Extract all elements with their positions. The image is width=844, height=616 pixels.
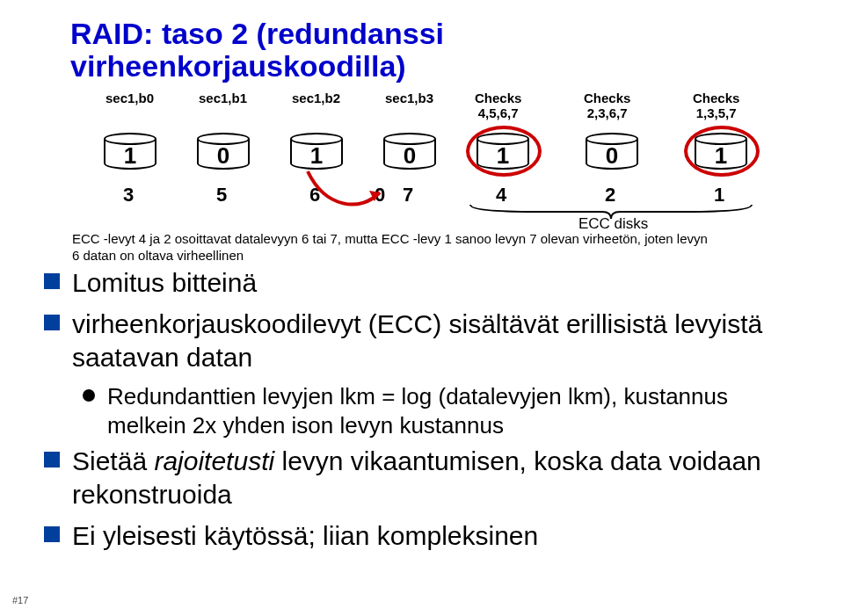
num-7: 7 (403, 184, 413, 207)
disk-1: 1 (104, 133, 156, 170)
num-5: 5 (216, 184, 227, 207)
square-bullet-icon (44, 273, 60, 289)
disk-row: 1 0 1 0 1 0 1 (35, 133, 809, 177)
num-3: 3 (123, 184, 134, 207)
disk-ecc-2: 0 (586, 133, 638, 170)
col-sec1b2: sec1,b2 (292, 91, 340, 105)
bullet-not-in-use: Ei yleisesti käytössä; liian kompleksine… (44, 519, 809, 553)
col-ecc-4567: Checks4,5,6,7 (475, 91, 521, 121)
square-bullet-icon (44, 452, 60, 467)
col-ecc-2367: Checks2,3,6,7 (584, 91, 630, 121)
bullet-lomitus: Lomitus bitteinä (44, 266, 809, 300)
ring-ecc4-icon (466, 126, 542, 177)
ring-ecc1-icon (684, 126, 760, 177)
explain-text: ECC -levyt 4 ja 2 osoittavat datalevyyn … (72, 231, 708, 265)
disk-2: 0 (197, 133, 250, 170)
col-ecc-1357: Checks1,3,5,7 (693, 91, 739, 121)
raid-diagram: sec1,b0 sec1,b1 sec1,b2 sec1,b3 Checks4,… (35, 91, 809, 266)
slide-title: RAID: taso 2 (redundanssi virheenkorjaus… (70, 18, 809, 83)
square-bullet-icon (44, 526, 60, 542)
arrow-icon (299, 164, 396, 226)
dot-bullet-icon (83, 389, 95, 402)
title-line2: virheenkorjauskoodilla) (70, 50, 809, 83)
col-sec1b3: sec1,b3 (385, 91, 433, 105)
square-bullet-icon (44, 315, 60, 330)
subbullet-redundant: Redundanttien levyjen lkm = log (datalev… (83, 382, 809, 439)
bullet-ecc-contain: virheenkorjauskoodilevyt (ECC) sisältävä… (44, 308, 809, 373)
col-sec1b0: sec1,b0 (106, 91, 154, 105)
col-sec1b1: sec1,b1 (199, 91, 247, 105)
brace-icon (466, 203, 756, 221)
column-labels: sec1,b0 sec1,b1 sec1,b2 sec1,b3 Checks4,… (35, 91, 809, 129)
bullet-list: Lomitus bitteinä virheenkorjauskoodilevy… (35, 266, 809, 553)
bullet-tolerates: Sietää rajoitetusti levyn vikaantumisen,… (44, 445, 809, 511)
title-line1: RAID: taso 2 (redundanssi (70, 18, 809, 50)
slide-number: #17 (12, 595, 28, 605)
